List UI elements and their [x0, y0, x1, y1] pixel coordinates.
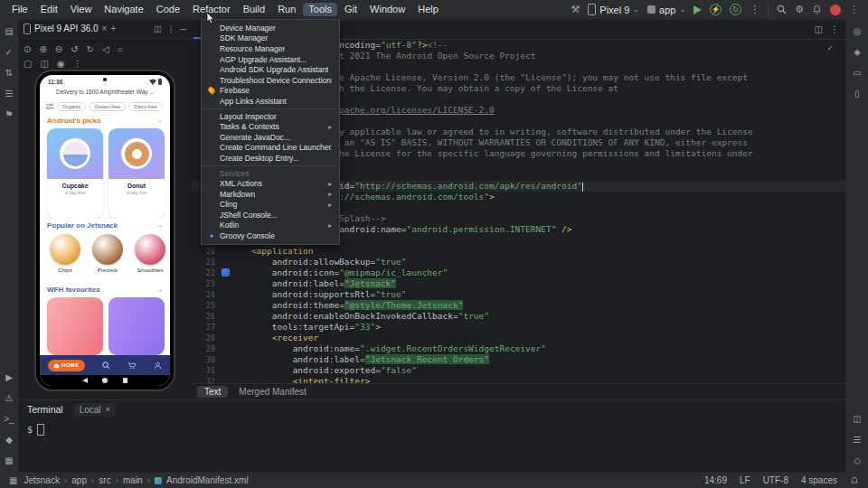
tools-menu-item-device-manager[interactable]: Device Manager [202, 23, 339, 33]
code-line[interactable]: 26 android:enableOnBackInvokedCallback="… [192, 311, 846, 322]
add-device-tab-icon[interactable]: + [110, 23, 116, 33]
logcat-icon[interactable]: ☰ [854, 435, 862, 446]
more-icon[interactable]: ⋮ [73, 59, 82, 69]
caret-position[interactable]: 14:69 [704, 475, 727, 485]
delivery-address-button[interactable]: Delivery to 1600 Amphitheater Way ⌄ [40, 89, 170, 99]
see-more-arrow-icon[interactable]: → [156, 117, 163, 125]
tool-window-widget-icon[interactable]: ▦ [9, 475, 17, 485]
line-ending[interactable]: LF [740, 475, 750, 485]
structure-icon[interactable]: ☰ [5, 89, 14, 99]
menu-code[interactable]: Code [151, 3, 185, 16]
code-line[interactable]: 20 <application [192, 246, 846, 257]
android-home-button[interactable] [102, 378, 108, 383]
tools-menu-item-tasks-contexts[interactable]: Tasks & Contexts▸ [202, 121, 339, 132]
panel-options-icon[interactable]: ⋮ [167, 24, 175, 33]
menu-git[interactable]: Git [339, 3, 363, 16]
tools-menu-item-android-sdk-upgrade-assistant[interactable]: Android SDK Upgrade Assistant [202, 64, 339, 75]
menu-edit[interactable]: Edit [35, 3, 63, 16]
manifest-tab-text[interactable]: Text [197, 386, 228, 398]
back-icon[interactable]: ◁ [102, 44, 109, 54]
rotate-right-icon[interactable]: ↻ [87, 44, 94, 54]
breadcrumb-item-androidmanifest-xml[interactable]: AndroidManifest.xml [166, 475, 249, 485]
indent-status[interactable]: 4 spaces [801, 475, 837, 485]
menu-help[interactable]: Help [412, 3, 444, 16]
volume-up-icon[interactable]: ⊕ [39, 44, 46, 54]
breadcrumb-item-jetsnack[interactable]: Jetsnack [24, 475, 59, 485]
project-icon[interactable]: ▤ [5, 26, 13, 37]
tools-menu-item-generate-javadoc[interactable]: Generate JavaDoc... [202, 132, 339, 143]
snack-card[interactable] [108, 297, 165, 355]
see-more-arrow-icon[interactable]: → [156, 286, 163, 294]
close-icon[interactable]: × [106, 405, 110, 414]
tools-menu-item-jshell-console[interactable]: JShell Console... [202, 210, 339, 221]
device-mirror[interactable]: 11:36 Delivery to 1600 Amphitheater Way … [36, 71, 174, 389]
record-icon[interactable]: ◉ [57, 59, 65, 69]
code-line[interactable]: 28 <receiver [192, 333, 846, 343]
power-icon[interactable]: ⊙ [24, 44, 31, 54]
screenshot-icon[interactable]: ◫ [40, 59, 48, 69]
device-manager-icon[interactable]: ▭ [853, 68, 861, 79]
code-line[interactable]: 30 android:label="Jetsnack Recent Orders… [192, 354, 846, 365]
menu-navigate[interactable]: Navigate [99, 3, 148, 16]
tools-menu-item-agp-upgrade-assistant[interactable]: AGP Upgrade Assistant... [202, 54, 339, 65]
version-control-icon[interactable]: ◆ [5, 435, 13, 446]
menu-file[interactable]: File [6, 3, 33, 16]
tools-menu-item-groovy-console[interactable]: ✦Groovy Console [202, 230, 339, 241]
services-icon[interactable]: ▦ [5, 455, 13, 466]
terminal-title[interactable]: Terminal [27, 404, 63, 415]
nav-cart-icon[interactable] [127, 361, 137, 370]
encoding[interactable]: UTF-8 [763, 475, 788, 485]
snack-card-donut[interactable]: DonutA tag line [108, 128, 165, 219]
tools-menu-item-app-links-assistant[interactable]: App Links Assistant [202, 96, 339, 107]
android-recents-button[interactable] [123, 378, 128, 383]
menu-run[interactable]: Run [272, 3, 301, 16]
run-config-button[interactable]: app ⌄ [647, 5, 685, 15]
tools-menu-item-troubleshoot-device-connections[interactable]: Troubleshoot Device Connections [202, 75, 339, 86]
build-icon[interactable]: ⚒ [571, 5, 580, 14]
tools-menu-item-resource-manager[interactable]: Resource Manager [202, 43, 339, 54]
tools-menu-item-xml-actions[interactable]: XML Actions▸ [202, 178, 339, 189]
nav-profile-icon[interactable] [154, 361, 162, 370]
search-everywhere-icon[interactable] [777, 5, 787, 14]
notifications-icon[interactable] [850, 476, 859, 485]
terminal-icon[interactable]: >_ [4, 414, 14, 425]
code-line[interactable]: 21 android:allowBackup="true" [192, 257, 846, 267]
snack-card[interactable] [47, 297, 103, 355]
code-line[interactable]: 24 android:supportsRtl="true" [192, 289, 846, 300]
android-back-button[interactable] [82, 378, 88, 383]
editor-options-icon[interactable]: ⋮ [830, 24, 839, 34]
terminal-tab-local[interactable]: Local × [74, 403, 116, 417]
menu-tools[interactable]: Tools [303, 3, 337, 16]
problems-icon[interactable]: ⚠ [5, 393, 14, 404]
breadcrumb-item-main[interactable]: main [123, 475, 143, 485]
close-device-tab-icon[interactable]: × [102, 23, 108, 33]
filter-icon[interactable] [45, 103, 54, 110]
device-screen[interactable]: 11:36 Delivery to 1600 Amphitheater Way … [40, 75, 170, 386]
notifications-icon[interactable] [812, 5, 822, 14]
settings-icon[interactable]: ⚙ [795, 5, 804, 14]
hide-panel-icon[interactable]: ─ [181, 24, 186, 33]
tools-menu-item-markdown[interactable]: Markdown▸ [202, 189, 339, 200]
bookmarks-icon[interactable]: ⚑ [5, 109, 14, 120]
recents-icon[interactable]: ▢ [24, 59, 32, 69]
code-line[interactable]: 27 tools:targetApi="33"> [192, 322, 846, 333]
manifest-tab-merged-manifest[interactable]: Merged Manifest [231, 386, 313, 398]
launcher-icon-preview[interactable] [222, 268, 230, 277]
run-button[interactable] [693, 5, 702, 14]
breadcrumb-item-src[interactable]: src [99, 475, 110, 485]
code-line[interactable]: 29 android:name=".widget.RecentOrdersWid… [192, 343, 846, 354]
home-icon[interactable]: ○ [118, 44, 123, 54]
tools-menu-item-sdk-manager[interactable]: SDK Manager [202, 33, 339, 44]
see-more-arrow-icon[interactable]: → [156, 221, 163, 230]
filter-chip-dairy-free[interactable]: Dairy-free [128, 102, 162, 111]
run-tool-icon[interactable]: ▶ [5, 372, 13, 383]
code-line[interactable]: 23 android:label="Jetsnack" [192, 278, 846, 289]
filter-chip-organic[interactable]: Organic [57, 102, 86, 111]
code-line[interactable]: 31 android:exported="false" [192, 365, 846, 376]
split-panel-icon[interactable]: ◫ [154, 24, 162, 33]
code-line[interactable]: 25 android:theme="@style/Theme.Jetsnack" [192, 300, 846, 311]
layout-inspector-icon[interactable]: ◫ [853, 414, 861, 425]
commit-icon[interactable]: ✓ [5, 47, 13, 58]
popular-snack-chips[interactable]: Chips [49, 234, 81, 283]
nav-home-button[interactable]: HOME [48, 360, 85, 371]
